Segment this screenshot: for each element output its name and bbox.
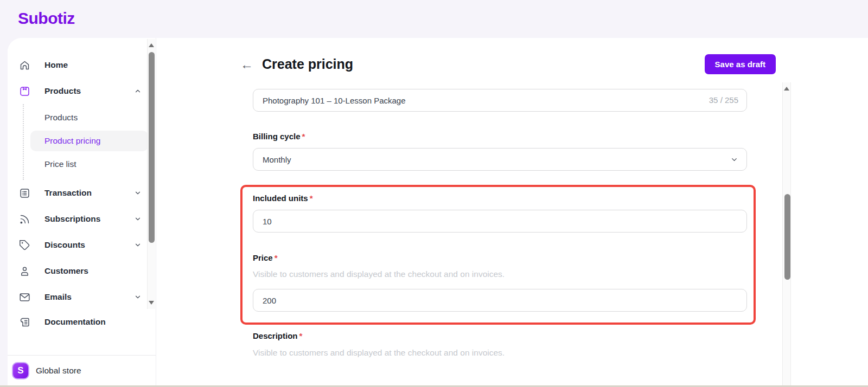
sidebar-item-subscriptions[interactable]: Subscriptions xyxy=(8,206,156,232)
sidebar-item-documentation[interactable]: Documentation xyxy=(8,310,156,334)
sidebar-nav: Home Products Products Product pricing P… xyxy=(8,38,156,334)
pricing-name-input[interactable] xyxy=(253,89,747,112)
sidebar-item-transaction[interactable]: Transaction xyxy=(8,180,156,206)
sidebar-item-label: Customers xyxy=(44,266,88,276)
chevron-down-icon xyxy=(134,215,142,223)
list-icon xyxy=(18,187,30,199)
save-as-draft-button[interactable]: Save as draft xyxy=(705,54,776,74)
chevron-down-icon xyxy=(134,293,142,301)
highlight-box: Included units* Price* Visible to custom… xyxy=(240,185,756,325)
sidebar-item-home[interactable]: Home xyxy=(8,52,156,78)
page-header: ← Create pricing Save as draft xyxy=(240,54,776,74)
billing-cycle-label: Billing cycle* xyxy=(253,132,747,141)
included-units-input[interactable] xyxy=(253,210,747,233)
pricing-form: 35 / 255 Billing cycle* Included units* … xyxy=(240,89,756,358)
main-scrollbar[interactable] xyxy=(782,82,791,387)
description-label: Description* xyxy=(253,331,747,340)
document-icon xyxy=(18,316,30,328)
chevron-down-icon xyxy=(730,156,738,164)
included-units-label: Included units* xyxy=(253,194,747,203)
mail-icon xyxy=(18,291,30,303)
billing-cycle-select[interactable] xyxy=(253,148,747,171)
sidebar-scrollbar-thumb[interactable] xyxy=(149,52,155,243)
store-avatar: S xyxy=(12,362,29,379)
sidebar-item-label: Discounts xyxy=(44,240,85,250)
sidebar-item-label: Documentation xyxy=(44,317,106,327)
required-asterisk: * xyxy=(310,194,313,203)
tag-icon xyxy=(18,239,30,251)
sidebar-item-emails[interactable]: Emails xyxy=(8,284,156,310)
sidebar-subitem-product-pricing[interactable]: Product pricing xyxy=(30,131,148,151)
chevron-up-icon xyxy=(134,87,142,95)
name-field-wrap: 35 / 255 xyxy=(253,89,747,112)
page-title: Create pricing xyxy=(262,56,353,72)
sidebar-subitem-products[interactable]: Products xyxy=(30,106,148,129)
main-scrollbar-thumb[interactable] xyxy=(784,194,790,280)
char-counter: 35 / 255 xyxy=(709,95,738,105)
scroll-down-icon[interactable] xyxy=(149,301,154,305)
scroll-up-icon[interactable] xyxy=(784,87,789,91)
scroll-up-icon[interactable] xyxy=(149,43,154,47)
chevron-down-icon xyxy=(134,189,142,197)
sidebar-item-label: Products xyxy=(44,86,81,96)
sidebar-item-label: Subscriptions xyxy=(44,214,100,224)
back-arrow-icon[interactable]: ← xyxy=(240,58,253,71)
sidebar-scrollbar[interactable] xyxy=(147,39,155,309)
required-asterisk: * xyxy=(302,132,305,141)
content-panel: Home Products Products Product pricing P… xyxy=(8,38,868,387)
app-logo: Subotiz xyxy=(18,9,75,28)
sidebar-item-label: Emails xyxy=(44,292,72,302)
store-name: Global store xyxy=(36,366,81,376)
sidebar-subitem-price-list[interactable]: Price list xyxy=(30,153,148,176)
store-switcher[interactable]: S Global store xyxy=(8,355,156,385)
price-input[interactable] xyxy=(253,289,747,312)
chevron-down-icon xyxy=(134,241,142,249)
package-icon xyxy=(18,85,30,97)
required-asterisk: * xyxy=(299,331,303,340)
home-icon xyxy=(18,59,30,71)
description-helper-text: Visible to customers and displayed at th… xyxy=(253,348,747,358)
sidebar: Home Products Products Product pricing P… xyxy=(8,38,156,387)
app-header: Subotiz xyxy=(0,0,868,37)
sidebar-item-discounts[interactable]: Discounts xyxy=(8,232,156,258)
required-asterisk: * xyxy=(275,253,278,262)
products-submenu: Products Product pricing Price list xyxy=(23,104,156,180)
billing-cycle-select-wrap xyxy=(253,148,747,171)
sidebar-item-customers[interactable]: Customers xyxy=(8,258,156,284)
user-icon xyxy=(18,265,30,277)
sidebar-item-label: Home xyxy=(44,60,68,70)
sidebar-item-label: Transaction xyxy=(44,188,92,198)
price-label: Price* xyxy=(253,253,747,262)
price-helper-text: Visible to customers and displayed at th… xyxy=(253,269,747,279)
sidebar-item-products[interactable]: Products xyxy=(8,78,156,104)
rss-icon xyxy=(18,213,30,225)
main-content: ← Create pricing Save as draft 35 / 255 … xyxy=(156,38,868,387)
